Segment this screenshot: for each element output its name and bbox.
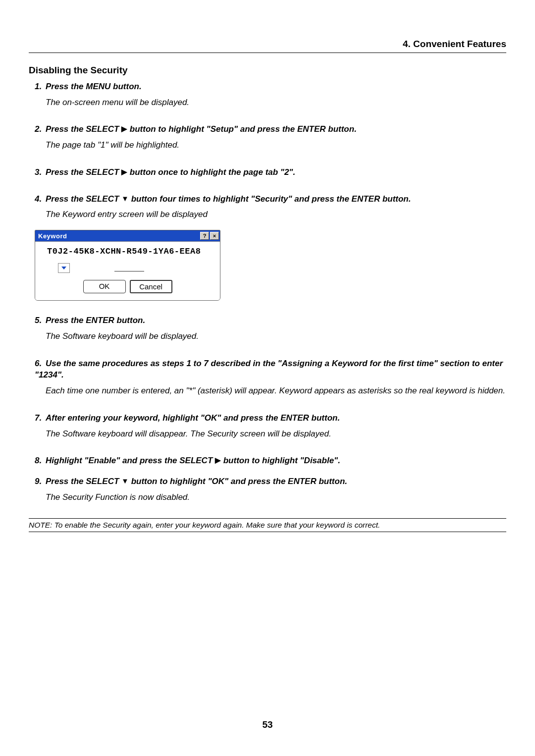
dialog-titlebar: Keyword ? × <box>35 230 220 241</box>
step-number: 6. <box>35 358 46 370</box>
step-6: 6.Use the same procedures as steps 1 to … <box>35 358 506 397</box>
help-icon[interactable]: ? <box>200 232 209 240</box>
step-number: 8. <box>35 455 46 467</box>
step-note: The Software keyboard will be displayed. <box>46 330 506 343</box>
step-instruction: 3.Press the SELECT ▶ button once to high… <box>35 166 506 178</box>
step-note: Each time one number is entered, an "*" … <box>46 385 506 397</box>
step-text-pre: Press the SELECT <box>46 124 121 134</box>
step-note: The Software keyboard will disappear. Th… <box>46 428 506 440</box>
right-arrow-icon: ▶ <box>121 166 127 177</box>
step-number: 7. <box>35 412 46 424</box>
down-arrow-icon: ▼ <box>121 193 129 204</box>
step-text-post: button once to highlight the page tab "2… <box>127 167 295 177</box>
step-number: 1. <box>35 81 46 93</box>
step-instruction: 8.Highlight "Enable" and press the SELEC… <box>35 455 506 467</box>
step-text-post: button four times to highlight "Security… <box>129 194 411 204</box>
step-text-pre: Highlight "Enable" and press the SELECT <box>46 456 215 465</box>
step-text: Press the ENTER button. <box>46 316 145 325</box>
step-text: After entering your keyword, highlight "… <box>46 413 340 423</box>
footer-note: NOTE: To enable the Security again, ente… <box>29 521 380 529</box>
keyword-code: T0J2-45K8-XCHN-R549-1YA6-EEA8 <box>47 247 213 256</box>
section-title: Disabling the Security <box>29 65 506 76</box>
step-number: 2. <box>35 123 46 135</box>
header-rule: 4. Convenient Features <box>29 39 506 53</box>
step-text-post: button to highlight "Disable". <box>221 456 340 465</box>
step-instruction: 6.Use the same procedures as steps 1 to … <box>35 358 506 381</box>
step-number: 5. <box>35 315 46 326</box>
dialog-buttons: OK Cancel <box>42 280 213 293</box>
step-3: 3.Press the SELECT ▶ button once to high… <box>35 166 506 178</box>
footer-note-block: NOTE: To enable the Security again, ente… <box>29 518 506 532</box>
right-arrow-icon: ▶ <box>121 123 127 134</box>
step-text-post: button to highlight "Setup" and press th… <box>127 124 357 134</box>
page-number: 53 <box>0 719 535 730</box>
step-instruction: 2.Press the SELECT ▶ button to highlight… <box>35 123 506 135</box>
step-instruction: 4.Press the SELECT ▼ button four times t… <box>35 193 506 205</box>
close-icon[interactable]: × <box>210 232 219 240</box>
cancel-button[interactable]: Cancel <box>130 280 172 293</box>
keyword-dialog: Keyword ? × T0J2-45K8-XCHN-R549-1YA6-EEA… <box>35 230 220 301</box>
step-8: 8.Highlight "Enable" and press the SELEC… <box>35 455 506 467</box>
chevron-down-icon <box>61 267 66 270</box>
dialog-body: T0J2-45K8-XCHN-R549-1YA6-EEA8 OK Cancel <box>35 241 220 300</box>
step-note: The page tab "1" will be highlighted. <box>46 139 506 152</box>
step-5: 5.Press the ENTER button. The Software k… <box>35 315 506 342</box>
dropdown-button[interactable] <box>58 263 70 273</box>
right-arrow-icon: ▶ <box>215 455 221 465</box>
keyword-input[interactable] <box>114 265 144 271</box>
step-note: The Security Function is now disabled. <box>46 491 506 504</box>
step-2: 2.Press the SELECT ▶ button to highlight… <box>35 123 506 151</box>
step-text-post: button to highlight "OK" and press the E… <box>129 477 347 486</box>
step-number: 4. <box>35 193 46 205</box>
step-instruction: 5.Press the ENTER button. <box>35 315 506 326</box>
ok-button[interactable]: OK <box>83 280 126 293</box>
document-page: 4. Convenient Features Disabling the Sec… <box>0 0 535 552</box>
step-1: 1.Press the MENU button. The on-screen m… <box>35 81 506 108</box>
step-instruction: 7.After entering your keyword, highlight… <box>35 412 506 424</box>
step-text-pre: Press the SELECT <box>46 477 121 486</box>
dialog-title: Keyword <box>38 232 199 240</box>
step-instruction: 9.Press the SELECT ▼ button to highlight… <box>35 476 506 487</box>
step-number: 9. <box>35 476 46 487</box>
down-arrow-icon: ▼ <box>121 476 129 486</box>
step-instruction: 1.Press the MENU button. <box>35 81 506 93</box>
step-7: 7.After entering your keyword, highlight… <box>35 412 506 440</box>
input-row <box>42 263 213 273</box>
chapter-title: 4. Convenient Features <box>29 39 506 53</box>
step-number: 3. <box>35 166 46 178</box>
steps-list: 1.Press the MENU button. The on-screen m… <box>29 81 506 503</box>
step-note: The Keyword entry screen will be display… <box>46 209 506 221</box>
step-4: 4.Press the SELECT ▼ button four times t… <box>35 193 506 221</box>
step-text: Use the same procedures as steps 1 to 7 … <box>35 359 503 380</box>
step-text-pre: Press the SELECT <box>46 194 121 204</box>
step-note: The on-screen menu will be displayed. <box>46 97 506 109</box>
step-text: Press the MENU button. <box>46 82 142 91</box>
step-text-pre: Press the SELECT <box>46 167 121 177</box>
step-9: 9.Press the SELECT ▼ button to highlight… <box>35 476 506 503</box>
